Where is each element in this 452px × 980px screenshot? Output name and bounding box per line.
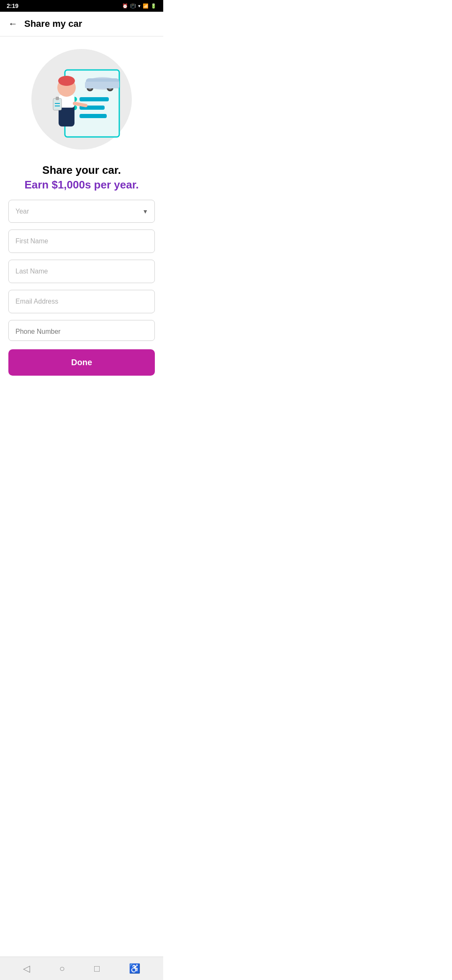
- svg-point-16: [58, 76, 75, 86]
- phone-input[interactable]: [9, 320, 154, 341]
- partial-field-wrapper: [8, 320, 155, 341]
- tagline-line1: Share your car.: [13, 164, 151, 177]
- tagline-line2: Earn $1,000s per year.: [13, 178, 151, 191]
- year-select-wrapper: Year 2024 2023 2022 2021 2020 2019 2018 …: [8, 200, 155, 223]
- status-bar: 2:19 ⏰ 📳 ▾ 📶 🔋: [0, 0, 163, 12]
- svg-rect-3: [80, 114, 107, 118]
- status-icons: ⏰ 📳 ▾ 📶 🔋: [122, 3, 157, 9]
- svg-rect-18: [53, 98, 62, 110]
- tagline: Share your car. Earn $1,000s per year.: [0, 154, 163, 200]
- svg-rect-12: [85, 82, 119, 88]
- wifi-icon: ▾: [138, 3, 141, 9]
- status-time: 2:19: [7, 3, 18, 9]
- hero-illustration: [36, 53, 128, 145]
- email-input[interactable]: [8, 290, 155, 313]
- svg-line-17: [74, 103, 86, 106]
- svg-rect-1: [80, 97, 109, 101]
- signal-icon: 📶: [143, 3, 149, 9]
- last-name-input[interactable]: [8, 260, 155, 283]
- year-select[interactable]: Year 2024 2023 2022 2021 2020 2019 2018 …: [8, 200, 155, 223]
- form-container: Year 2024 2023 2022 2021 2020 2019 2018 …: [0, 200, 163, 384]
- done-button[interactable]: Done: [8, 349, 155, 376]
- hero-container: [0, 36, 163, 154]
- alarm-icon: ⏰: [122, 3, 128, 9]
- vibrate-icon: 📳: [130, 3, 136, 9]
- svg-rect-19: [56, 97, 59, 100]
- back-button[interactable]: ←: [8, 19, 18, 28]
- content-wrapper: Share your car. Earn $1,000s per year. Y…: [0, 36, 163, 418]
- header: ← Share my car: [0, 12, 163, 36]
- battery-icon: 🔋: [151, 3, 157, 9]
- page-title: Share my car: [24, 18, 82, 29]
- first-name-input[interactable]: [8, 230, 155, 253]
- hero-circle: [31, 49, 132, 150]
